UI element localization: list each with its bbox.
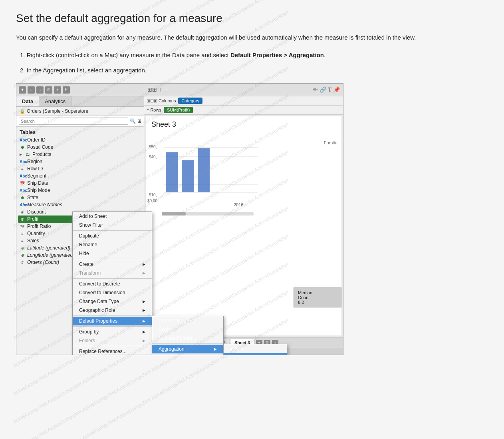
grid-view-icon[interactable]: ⊞ xyxy=(137,118,141,124)
median-box: Median Count 8 2 xyxy=(294,287,341,307)
submenu-comment-label: Comment... xyxy=(159,318,183,323)
arrow-icon-data-type: ▶ xyxy=(143,299,145,303)
bullet-icon-sum: ● xyxy=(230,347,232,351)
menu-default-properties[interactable]: Default Properties ▶ Comment... Color...… xyxy=(73,317,152,325)
sep-3 xyxy=(73,278,152,279)
field-postal-code[interactable]: ⊕ Postal Code xyxy=(18,144,142,151)
menu-add-to-sheet[interactable]: Add to Sheet xyxy=(73,212,152,221)
field-label-state: State xyxy=(27,195,38,200)
agg-average[interactable]: ● Average ↖ xyxy=(224,353,287,355)
add-icon[interactable]: + xyxy=(54,86,61,94)
submenu-aggregation[interactable]: Aggregation ▶ ● Sum ● Average ↖ xyxy=(152,345,223,353)
field-segment[interactable]: Abc Segment xyxy=(18,172,142,180)
right-panel: ⊞⊞ ↑ ↓ ✏ 🔗 T 📌 ⊞⊞⊞ Columns Category ≡ Ro… xyxy=(144,84,343,355)
field-state[interactable]: ⊕ State xyxy=(18,194,142,201)
menu-create[interactable]: Create ▶ xyxy=(73,260,152,269)
submenu-color[interactable]: Color... xyxy=(152,325,223,334)
menu-show-filter[interactable]: Show Filter xyxy=(73,221,152,229)
svg-rect-6 xyxy=(166,152,178,192)
step-1: 1. Right-click (control-click on a Mac) … xyxy=(20,50,488,60)
pen-icon[interactable]: ✏ xyxy=(313,86,318,93)
data-source-name: Orders (Sample - Superstore xyxy=(27,108,88,114)
menu-duplicate-label: Duplicate xyxy=(79,233,99,239)
abc-icon-measure-names: Abc xyxy=(20,203,25,207)
menu-show-filter-label: Show Filter xyxy=(79,222,103,228)
median-values: 8 2 xyxy=(298,300,337,305)
field-label-orders-count: Orders (Count) xyxy=(27,259,59,265)
submenu-comment[interactable]: Comment... xyxy=(152,316,223,325)
step-1-end: . xyxy=(324,52,325,58)
svg-text:$40,: $40, xyxy=(149,155,157,159)
sort-desc-icon[interactable]: ↓ xyxy=(165,87,167,93)
spark-icon[interactable]: ✦ xyxy=(19,86,26,94)
menu-replace-refs[interactable]: Replace References... xyxy=(73,347,152,355)
search-bar: 🔍 ⊞ xyxy=(16,116,144,127)
menu-folders-label: Folders xyxy=(79,338,95,343)
svg-text:2016: 2016 xyxy=(234,202,243,207)
field-label-row-id: Row ID xyxy=(27,166,43,172)
cursor-icon: ↖ xyxy=(277,355,280,355)
globe-icon-state: ⊕ xyxy=(20,196,25,200)
rows-pill-sum-profit[interactable]: SUM(Profit) xyxy=(164,107,193,113)
columns-pill-category[interactable]: Category xyxy=(178,98,202,104)
submenu-number-format[interactable]: Number Format... xyxy=(152,334,223,343)
intro-paragraph: You can specify a default aggregation fo… xyxy=(16,33,488,42)
field-order-id[interactable]: Abc Order ID xyxy=(18,136,142,144)
field-label-longitude: Longitude (generated) xyxy=(27,252,74,258)
globe-icon-longitude: ⊕ xyxy=(20,253,25,257)
tab-analytics[interactable]: Analytics xyxy=(39,96,71,106)
field-label-region: Region xyxy=(27,159,42,164)
menu-add-to-sheet-label: Add to Sheet xyxy=(79,214,107,219)
arrow-icon-create: ▶ xyxy=(143,262,145,266)
link-icon[interactable]: 🔗 xyxy=(319,86,326,93)
menu-hide[interactable]: Hide xyxy=(73,249,152,258)
view-area: Sheet 3 Furnitu $50, $40, $10, $0.00 xyxy=(146,116,341,335)
menu-change-data-type-label: Change Data Type xyxy=(79,299,119,304)
search-input[interactable] xyxy=(19,118,128,125)
forward-icon[interactable]: → xyxy=(36,86,44,94)
menu-group-by[interactable]: Group by ▶ xyxy=(73,327,152,336)
menu-geographic-role[interactable]: Geographic Role ▶ xyxy=(73,306,152,315)
marks-icon[interactable]: ⊞⊞ xyxy=(147,86,157,93)
text-icon[interactable]: T xyxy=(328,87,331,93)
back-icon[interactable]: ← xyxy=(28,86,35,94)
submenu-total-using[interactable]: Total using ▶ xyxy=(152,353,223,355)
menu-convert-discrete[interactable]: Convert to Discrete xyxy=(73,279,152,288)
field-measure-names[interactable]: Abc Measure Names xyxy=(18,201,142,208)
chart-svg: $50, $40, $10, $0.00 2016 xyxy=(146,136,341,224)
field-row-id[interactable]: # Row ID xyxy=(18,165,142,172)
sort-asc-icon[interactable]: ↑ xyxy=(159,87,162,93)
search-icon[interactable]: 🔍 xyxy=(130,118,136,124)
field-label-discount: Discount xyxy=(27,209,46,215)
field-products[interactable]: ▶ 🗂 Products xyxy=(18,151,142,158)
sep-2 xyxy=(73,259,152,259)
arrow-icon-group: ▶ xyxy=(143,330,145,334)
grid-icon[interactable]: ⊞ xyxy=(45,86,52,94)
field-label-measure-names: Measure Names xyxy=(27,202,62,208)
step-1-bold: Default Properties > Aggregation xyxy=(230,52,324,58)
field-ship-mode[interactable]: Abc Ship Mode xyxy=(18,187,142,194)
edit-icon[interactable]: E xyxy=(63,86,70,94)
menu-change-data-type[interactable]: Change Data Type ▶ xyxy=(73,297,152,306)
hash-icon-discount: # xyxy=(20,210,25,214)
hash-icon-quantity: # xyxy=(20,231,25,236)
rows-lines-icon: ≡ xyxy=(147,108,149,112)
menu-convert-discrete-label: Convert to Discrete xyxy=(79,281,120,287)
agg-sum[interactable]: ● Sum xyxy=(224,344,287,353)
field-region[interactable]: Abc Region xyxy=(18,158,142,165)
field-ship-date[interactable]: 📅 Ship Date xyxy=(18,180,142,187)
rows-shelf-label: ≡ Rows xyxy=(147,108,161,112)
tab-data[interactable]: Data xyxy=(16,96,39,106)
menu-convert-dimension[interactable]: Convert to Dimension xyxy=(73,288,152,297)
svg-rect-8 xyxy=(198,148,210,192)
arrow-icon-geo: ▶ xyxy=(143,308,145,312)
menu-duplicate[interactable]: Duplicate xyxy=(73,231,152,240)
data-source-label: 🔒 Orders (Sample - Superstore xyxy=(16,107,144,116)
menu-rename[interactable]: Rename xyxy=(73,240,152,249)
abc-icon-ship-mode: Abc xyxy=(20,188,25,193)
menu-convert-dimension-label: Convert to Dimension xyxy=(79,290,125,295)
pin-icon[interactable]: 📌 xyxy=(333,86,340,93)
menu-replace-refs-label: Replace References... xyxy=(79,349,127,354)
svg-rect-13 xyxy=(162,212,186,216)
right-toolbar: ⊞⊞ ↑ ↓ ✏ 🔗 T 📌 xyxy=(144,84,343,96)
